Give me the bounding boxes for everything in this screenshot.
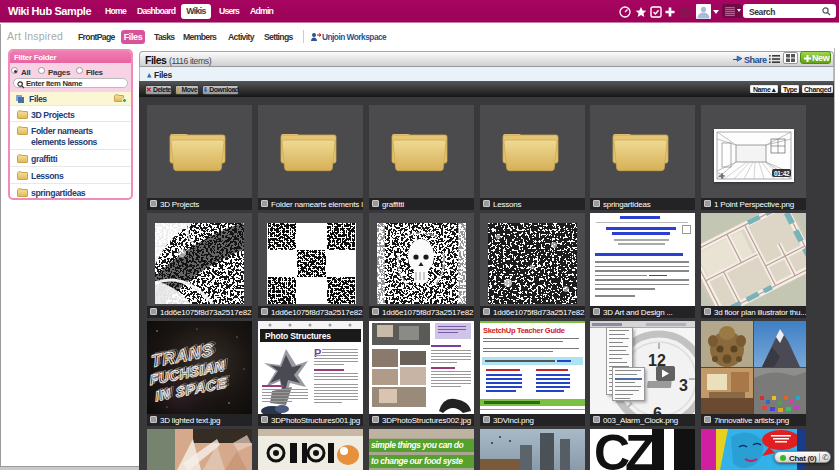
svg-text:3: 3 — [679, 377, 688, 394]
svg-text:CZ: CZ — [594, 429, 655, 470]
svg-text:6: 6 — [653, 405, 662, 414]
